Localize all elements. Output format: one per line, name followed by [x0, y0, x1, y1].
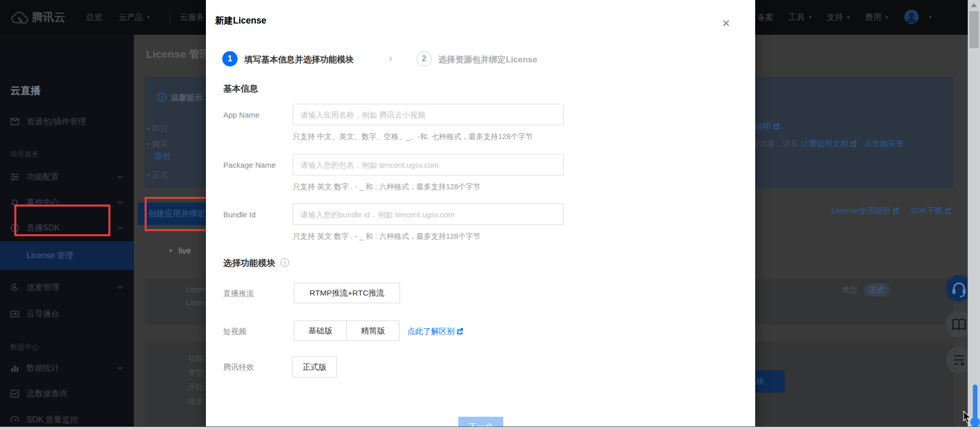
app-name-helper: 只支持 中文、英文、数字、空格、_、-和. 七种格式，最多支持128个字节	[293, 132, 533, 142]
close-icon[interactable]: ×	[718, 15, 734, 32]
sdk-download-link[interactable]: SDK下载	[911, 206, 943, 215]
basic-version-option-button[interactable]: 基础版	[294, 321, 347, 341]
notice-bullet-2: • 购买	[147, 139, 168, 150]
sidebar-item-data-stats[interactable]: 数据统计	[0, 357, 134, 379]
chevron-down-icon	[118, 367, 123, 370]
sidebar-section-data: 数据中心	[10, 343, 39, 352]
bundle-id-label: Bundle Id	[223, 210, 255, 219]
live-group-toggle[interactable]: ▼ live	[168, 246, 191, 256]
module-heading-row: 选择功能模块 i	[223, 257, 289, 269]
sliders-icon	[10, 172, 19, 182]
basic-info-heading: 基本信息	[223, 83, 258, 95]
bar-chart-icon	[10, 364, 19, 373]
external-link-icon	[893, 207, 899, 213]
scroll-position-marker	[973, 385, 977, 419]
short-video-label: 短视频	[223, 327, 246, 336]
app-name-input[interactable]	[293, 104, 564, 125]
type-label: 类型	[842, 285, 857, 295]
caret-down-icon: ▼	[146, 15, 151, 20]
type-value-badge: 正式	[864, 283, 890, 297]
step-2-circle: 2	[416, 51, 432, 66]
sidebar-item-license-mgmt[interactable]: License 管理	[0, 241, 134, 270]
notice-line1-fragment: 说明。	[755, 121, 788, 132]
chevron-down-icon	[118, 286, 123, 289]
caret-down-icon: ▼	[846, 15, 851, 20]
scrollbar[interactable]	[968, 0, 980, 429]
nav-overview[interactable]: 总览	[86, 0, 102, 35]
notice-bullet-1: • 即日	[147, 124, 168, 134]
tencent-effect-label: 腾讯特效	[223, 363, 254, 372]
bundle-id-input[interactable]	[293, 204, 564, 225]
nav-divider	[170, 11, 170, 24]
modal-title: 新建License	[215, 14, 266, 27]
bundle-id-helper: 只支持 英文 数字 . - _ 和 : 六种格式，最多支持128个字节	[293, 232, 480, 241]
page-title: License 管理	[146, 47, 211, 61]
triangle-down-icon: ▼	[168, 248, 173, 254]
caret-down-icon: ▼	[884, 15, 889, 20]
user-icon	[904, 10, 919, 24]
lite-version-option-button[interactable]: 精简版	[346, 321, 400, 341]
detail-row-label: 结束	[188, 397, 203, 407]
window-bottom-edge	[0, 426, 980, 429]
official-version-option-button[interactable]: 正式版	[292, 356, 337, 377]
external-link-icon	[945, 207, 951, 213]
notice-line2-fragment: 起计算，详见 计费说明文档点击购买资	[751, 139, 904, 149]
difference-link[interactable]: 点此了解区别	[407, 327, 455, 335]
info-icon: i	[157, 93, 167, 102]
sidebar-item-resource-mgmt[interactable]: 资源包/插件管理	[0, 110, 134, 133]
chevron-down-icon	[118, 175, 123, 178]
detail-row-label: 功能	[188, 354, 203, 364]
detail-row-label: 开始	[188, 382, 203, 392]
package-icon	[10, 117, 19, 126]
external-link-icon	[850, 140, 857, 146]
nav-products[interactable]: 云产品▼	[119, 0, 151, 35]
sidebar-item-func-config[interactable]: 功能配置	[0, 166, 134, 188]
rtmp-rtc-option-button[interactable]: RTMP推流+RTC推流	[294, 283, 400, 303]
sidebar-item-stream-query[interactable]: 流数据查询	[0, 382, 134, 405]
difference-link-row: 点此了解区别	[407, 326, 463, 337]
sidebar-item-cloud-director[interactable]: 云导播台	[0, 303, 134, 325]
caret-down-icon[interactable]: ▼	[928, 0, 932, 35]
step-2-label: 选择资源包并绑定License	[438, 54, 537, 65]
external-link-icon	[773, 122, 780, 129]
notice-bullet-2-link[interactable]: 源包	[154, 151, 170, 162]
new-license-modal: 新建License × 1 填写基本信息并选择功能模块 › 2 选择资源包并绑定…	[206, 0, 755, 429]
mouse-cursor	[963, 410, 973, 424]
chevron-down-icon	[118, 201, 123, 204]
nav-beian[interactable]: 备案	[757, 0, 774, 35]
sidebar-title: 云直播	[10, 84, 41, 98]
step-separator-icon: ›	[389, 52, 392, 64]
package-name-input[interactable]	[293, 154, 564, 175]
stream-chart-icon	[10, 389, 19, 398]
info-icon[interactable]: i	[281, 258, 289, 267]
screenshot-root: License 管理 i 温馨提示 • 即日 • 购买 源包 • 正式 说明。 …	[0, 0, 980, 429]
sidebar-section-scene: 场景服务	[10, 150, 39, 159]
annotation-box-license-mgmt	[14, 205, 110, 236]
package-name-helper: 只支持 英文 数字 . - _ 和 : 六种格式，最多支持128个字节	[293, 182, 480, 192]
detail-row-label: 类型	[188, 368, 203, 378]
app-name-label: App Name	[223, 110, 260, 119]
notice-bullet-3: • 正式	[147, 170, 168, 180]
step-1-circle: 1	[222, 51, 238, 66]
nav-billing[interactable]: 费用▼	[865, 0, 889, 35]
live-push-label: 直播推流	[223, 289, 254, 299]
sidebar-item-sdk-quality[interactable]: SDK 质量监控	[0, 409, 134, 429]
chevron-up-icon	[118, 227, 123, 230]
notice-title: 温馨提示	[171, 93, 202, 103]
external-link-icon	[457, 327, 463, 334]
step-1-label: 填写基本信息并选择功能模块	[244, 54, 354, 65]
co-anchor-icon	[10, 283, 19, 292]
brand-name[interactable]: 腾讯云	[32, 0, 65, 35]
tencent-cloud-logo-icon	[9, 9, 29, 26]
license-usage-link[interactable]: License使用说明	[831, 206, 890, 215]
scrollbar-thumb[interactable]	[969, 11, 978, 48]
nav-tools[interactable]: 工具▼	[788, 0, 812, 35]
nav-services[interactable]: 云服务	[180, 0, 204, 35]
caret-down-icon: ▼	[808, 15, 812, 20]
license-links-row: License使用说明 SDK下载	[802, 206, 951, 216]
scroll-up-arrow-icon[interactable]	[971, 3, 977, 7]
sidebar-item-mic-mgmt[interactable]: 连麦管理	[0, 276, 134, 299]
nav-support[interactable]: 支持▼	[827, 0, 851, 35]
avatar[interactable]	[904, 10, 919, 24]
monitor-arrow-icon	[10, 309, 19, 319]
